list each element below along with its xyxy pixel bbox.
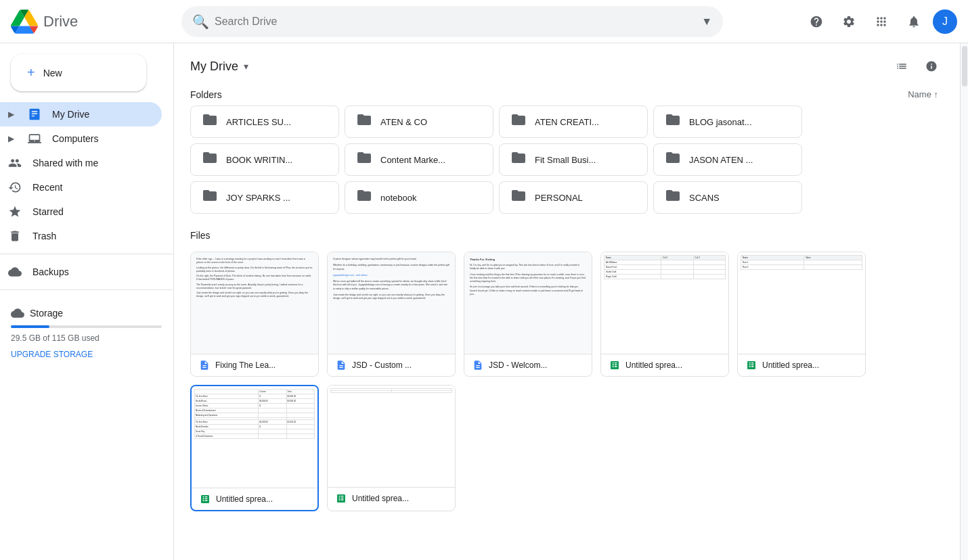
upgrade-storage-link[interactable]: UPGRADE STORAGE (11, 350, 93, 359)
folder-icon (356, 187, 372, 208)
folder-icon (665, 112, 681, 132)
scrollbar-thumb[interactable] (962, 46, 967, 87)
folder-aten-creati[interactable]: ATEN CREATI... (499, 106, 648, 138)
sort-control[interactable]: Name ↑ (908, 89, 938, 99)
folder-aten-co[interactable]: ATEN & CO (345, 106, 493, 138)
google-doc-icon (336, 360, 347, 371)
folder-personal[interactable]: PERSONAL (499, 181, 648, 214)
file-name: Untitled sprea... (762, 360, 857, 370)
storage-label-row: Storage (11, 306, 162, 320)
folder-joy-sparks[interactable]: JOY SPARKS ... (190, 181, 339, 214)
storage-cloud-icon (11, 306, 24, 320)
sidebar-item-my-drive[interactable]: ▶ My Drive (0, 102, 162, 126)
file-name: Untitled sprea... (216, 494, 309, 504)
folder-name: Fit Small Busi... (535, 155, 596, 165)
folder-blog[interactable]: BLOG jasonat... (653, 106, 802, 138)
folder-icon (202, 112, 218, 132)
file-financial-sprea[interactable]: ColumnTotal Fin from None$$2,000.00 Book… (190, 385, 319, 511)
folder-notebook[interactable]: notebook (345, 181, 493, 214)
apps-button[interactable] (868, 8, 895, 35)
sidebar-divider (0, 254, 173, 254)
folders-section-label: Folders Name ↑ (174, 84, 960, 106)
logo-area: Drive (11, 8, 173, 35)
settings-button[interactable] (835, 8, 862, 35)
search-icon: 🔍 (192, 14, 209, 30)
sidebar-item-recent[interactable]: Recent (0, 175, 162, 200)
notifications-button[interactable] (900, 8, 927, 35)
file-footer: Untitled sprea... (738, 354, 865, 376)
file-untitled-sprea-2[interactable]: NameValue Row 1 Row 2 Untitled sprea... (737, 252, 866, 377)
file-preview-fixing: If the other ego -- I was in a strategy … (191, 252, 318, 354)
file-jsd-welcome[interactable]: Thanks For Visiting Hi, I'm Joy, and I'm… (464, 252, 592, 377)
file-preview-financial: ColumnTotal Fin from None$$2,000.00 Book… (192, 386, 317, 488)
folder-book-writin[interactable]: BOOK WRITIN... (190, 143, 339, 176)
page-title: My Drive (190, 60, 238, 74)
notifications-icon (907, 15, 921, 28)
apps-icon (875, 15, 888, 28)
folder-icon (510, 187, 527, 208)
folder-jason-aten[interactable]: JASON ATEN ... (653, 143, 802, 176)
main-content: My Drive ▾ Folders Name ↑ (174, 43, 960, 560)
sidebar-item-computers[interactable]: ▶ Computers (0, 126, 162, 151)
search-filter-arrow[interactable]: ▼ (701, 16, 712, 28)
sidebar: + New ▶ My Drive ▶ Computers Shared with… (0, 43, 173, 560)
folder-fit-small[interactable]: Fit Small Busi... (499, 143, 648, 176)
file-name: JSD - Custom ... (352, 360, 447, 370)
google-doc-icon (199, 360, 210, 371)
storage-bar-background (11, 325, 162, 328)
file-name: Fixing The Lea... (215, 360, 310, 370)
sidebar-item-recent-label: Recent (32, 182, 62, 193)
list-view-button[interactable] (889, 54, 914, 78)
file-preview-jsd-welcome: Thanks For Visiting Hi, I'm Joy, and I'm… (464, 252, 592, 354)
folder-content-marke[interactable]: Content Marke... (345, 143, 493, 176)
sidebar-item-trash[interactable]: Trash (0, 224, 162, 248)
file-fixing-the-lea[interactable]: If the other ego -- I was in a strategy … (190, 252, 319, 377)
starred-icon (8, 205, 22, 218)
sidebar-item-shared[interactable]: Shared with me (0, 151, 162, 175)
recent-icon (8, 181, 22, 194)
folder-icon (665, 149, 681, 170)
folders-grid: ARTICLES SU... ATEN & CO ATEN CREATI... … (174, 106, 960, 225)
search-bar[interactable]: 🔍 ▼ (181, 6, 723, 37)
google-sheets-icon (200, 494, 211, 505)
file-footer: JSD - Custom ... (328, 354, 455, 376)
sidebar-item-starred-label: Starred (32, 206, 64, 217)
file-name: Untitled sprea... (625, 360, 720, 370)
main-title-area: My Drive ▾ (190, 60, 248, 74)
file-untitled-sprea-1[interactable]: NameCol 2Col 3 Abi Williams Naomi Ford S… (600, 252, 729, 377)
list-view-icon (896, 60, 908, 72)
info-button[interactable] (919, 54, 944, 78)
title-dropdown-arrow[interactable]: ▾ (244, 61, 248, 72)
folder-scans[interactable]: SCANS (653, 181, 802, 214)
file-untitled-sprea-7[interactable]: Untitled sprea... (327, 385, 456, 511)
search-input[interactable] (215, 16, 696, 28)
sidebar-item-backups[interactable]: Backups (0, 260, 162, 284)
new-button[interactable]: + New (11, 54, 146, 91)
help-button[interactable] (803, 8, 830, 35)
file-footer: Fixing The Lea... (191, 354, 318, 376)
computers-arrow-icon: ▶ (8, 134, 14, 143)
main-header-actions (889, 54, 944, 78)
file-jsd-custom[interactable]: Custom designer whose typesetter may ben… (327, 252, 456, 377)
file-preview-sheet2: NameValue Row 1 Row 2 (738, 252, 865, 354)
layout: + New ▶ My Drive ▶ Computers Shared with… (0, 43, 968, 560)
folder-name: ATEN CREATI... (535, 117, 599, 127)
file-name: Untitled sprea... (352, 494, 447, 503)
avatar[interactable]: J (933, 9, 957, 34)
topbar: Drive 🔍 ▼ J (0, 0, 968, 43)
backups-icon (8, 265, 22, 279)
google-drive-logo-icon (11, 8, 38, 35)
folder-icon (356, 149, 372, 170)
sidebar-item-trash-label: Trash (32, 231, 56, 241)
storage-bar-fill (11, 325, 49, 328)
file-footer: JSD - Welcom... (464, 354, 592, 376)
my-drive-arrow-icon: ▶ (8, 110, 14, 119)
folder-name: ATEN & CO (380, 117, 427, 127)
files-section-label: Files (174, 225, 960, 246)
folder-articles-su[interactable]: ARTICLES SU... (190, 106, 339, 138)
help-icon (810, 15, 823, 28)
folder-icon (510, 112, 527, 132)
sidebar-item-starred[interactable]: Starred (0, 200, 162, 224)
file-footer: Untitled sprea... (328, 487, 455, 509)
folder-name: PERSONAL (535, 193, 583, 203)
